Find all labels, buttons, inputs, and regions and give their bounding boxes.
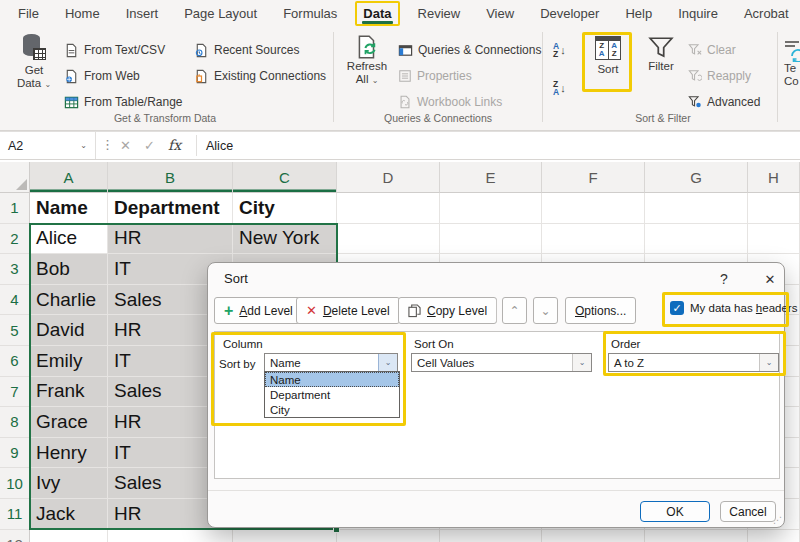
menu-tab-file[interactable]: File <box>10 1 47 26</box>
cancel-entry-icon[interactable]: ✕ <box>120 138 131 153</box>
column-header-h[interactable]: H <box>748 162 800 193</box>
dropdown-option-name[interactable]: Name <box>265 372 399 387</box>
menu-tab-help[interactable]: Help <box>617 1 660 26</box>
cell-A11[interactable]: Jack <box>30 499 108 530</box>
cell-A4[interactable]: Charlie <box>30 285 108 316</box>
menu-tab-acrobat[interactable]: Acrobat <box>736 1 797 26</box>
column-header-b[interactable]: B <box>108 162 233 193</box>
confirm-entry-icon[interactable]: ✓ <box>144 138 155 153</box>
dialog-close-button[interactable]: ✕ <box>759 268 781 290</box>
cell-E2[interactable] <box>440 224 542 255</box>
order-dropdown[interactable]: A to Z ⌄ <box>608 353 779 372</box>
cell-A6[interactable]: Emily <box>30 346 108 377</box>
dropdown-option-department[interactable]: Department <box>265 387 399 402</box>
text-to-columns-partial[interactable]: Te Co <box>784 40 800 88</box>
menu-tab-data[interactable]: Data <box>355 1 399 26</box>
cell-H12[interactable] <box>748 530 800 542</box>
cell-B1[interactable]: Department <box>108 193 233 224</box>
cell-G12[interactable] <box>645 530 748 542</box>
row-header-10[interactable]: 10 <box>0 468 30 499</box>
delete-level-button[interactable]: ✕ Delete Level <box>296 297 400 324</box>
filter-button[interactable]: Filter <box>640 36 682 73</box>
row-header-5[interactable]: 5 <box>0 315 30 346</box>
checked-checkbox-icon[interactable]: ✓ <box>670 301 684 315</box>
row-header-2[interactable]: 2 <box>0 224 30 255</box>
menu-tab-formulas[interactable]: Formulas <box>275 1 345 26</box>
cell-A8[interactable]: Grace <box>30 407 108 438</box>
refresh-all-button[interactable]: Refresh All ⌄ <box>340 34 394 87</box>
chevron-down-icon[interactable]: ⌄ <box>80 141 87 150</box>
get-data-button[interactable]: Get Data ⌄ <box>8 34 60 91</box>
chevron-down-icon[interactable]: ⌄ <box>572 354 591 371</box>
menu-tab-developer[interactable]: Developer <box>532 1 607 26</box>
dropdown-option-city[interactable]: City <box>265 402 399 417</box>
ok-button[interactable]: OK <box>640 501 710 522</box>
row-header-3[interactable]: 3 <box>0 254 30 285</box>
cell-E1[interactable] <box>440 193 542 224</box>
copy-level-button[interactable]: Copy Level <box>398 297 497 324</box>
advanced-filter-button[interactable]: Advanced <box>688 92 760 112</box>
cell-F12[interactable] <box>542 530 645 542</box>
add-level-button[interactable]: + Add Level <box>214 297 303 324</box>
cell-B2[interactable]: HR <box>108 224 233 255</box>
menu-tab-review[interactable]: Review <box>410 1 469 26</box>
row-header-1[interactable]: 1 <box>0 193 30 224</box>
cell-F1[interactable] <box>542 193 645 224</box>
cell-A12[interactable] <box>30 530 108 542</box>
cell-B12[interactable] <box>108 530 233 542</box>
my-data-has-headers-checkbox[interactable]: ✓ My data has headers <box>670 301 797 315</box>
row-header-4[interactable]: 4 <box>0 285 30 316</box>
move-level-up-button[interactable]: ⌃ <box>502 297 527 324</box>
sort-descending-button[interactable]: ZA↓ <box>553 80 566 96</box>
cell-A5[interactable]: David <box>30 315 108 346</box>
insert-function-icon[interactable]: fx <box>168 137 181 153</box>
from-table-range-button[interactable]: From Table/Range <box>64 92 183 112</box>
column-header-a[interactable]: A <box>30 162 108 193</box>
row-header-6[interactable]: 6 <box>0 346 30 377</box>
cell-G1[interactable] <box>645 193 748 224</box>
column-header-g[interactable]: G <box>645 162 748 193</box>
queries-connections-button[interactable]: Queries & Connections <box>398 40 541 60</box>
row-header-11[interactable]: 11 <box>0 499 30 530</box>
formula-input[interactable]: Alice <box>206 132 233 159</box>
column-header-d[interactable]: D <box>337 162 440 193</box>
formula-bar-handle-icon[interactable]: ⋮ <box>101 137 114 152</box>
cell-C1[interactable]: City <box>233 193 337 224</box>
cell-E12[interactable] <box>440 530 542 542</box>
menu-tab-home[interactable]: Home <box>57 1 108 26</box>
cancel-button[interactable]: Cancel <box>720 501 776 522</box>
cell-G2[interactable] <box>645 224 748 255</box>
cell-A2[interactable]: Alice <box>30 224 108 255</box>
cell-H2[interactable] <box>748 224 800 255</box>
row-header-12[interactable]: 12 <box>0 530 30 542</box>
column-header-e[interactable]: E <box>440 162 542 193</box>
resize-grip[interactable]: ⋰ <box>773 515 781 525</box>
from-web-button[interactable]: From Web <box>64 66 140 86</box>
move-level-down-button[interactable]: ⌄ <box>533 297 558 324</box>
sort-by-dropdown[interactable]: Name ⌄ <box>264 353 398 372</box>
cell-C12[interactable] <box>233 530 337 542</box>
cell-D12[interactable] <box>337 530 440 542</box>
name-box[interactable]: A2 ⌄ <box>0 132 96 159</box>
select-all-corner[interactable] <box>0 162 30 193</box>
menu-tab-insert[interactable]: Insert <box>118 1 167 26</box>
sort-button[interactable]: ZA AZ Sort <box>587 36 629 76</box>
options-button[interactable]: Options... <box>565 297 636 324</box>
chevron-down-icon[interactable]: ⌄ <box>759 354 778 371</box>
menu-tab-inquire[interactable]: Inquire <box>670 1 726 26</box>
recent-sources-button[interactable]: Recent Sources <box>194 40 299 60</box>
menu-tab-view[interactable]: View <box>478 1 522 26</box>
cell-C2[interactable]: New York <box>233 224 337 255</box>
cell-D1[interactable] <box>337 193 440 224</box>
menu-tab-page-layout[interactable]: Page Layout <box>176 1 265 26</box>
dialog-help-button[interactable]: ? <box>713 268 735 290</box>
cell-A10[interactable]: Ivy <box>30 468 108 499</box>
row-header-7[interactable]: 7 <box>0 377 30 408</box>
from-text-csv-button[interactable]: From Text/CSV <box>64 40 165 60</box>
row-header-9[interactable]: 9 <box>0 438 30 469</box>
sort-ascending-button[interactable]: AZ↓ <box>553 42 566 58</box>
column-header-f[interactable]: F <box>542 162 645 193</box>
cell-A1[interactable]: Name <box>30 193 108 224</box>
cell-F2[interactable] <box>542 224 645 255</box>
existing-connections-button[interactable]: Existing Connections <box>194 66 326 86</box>
